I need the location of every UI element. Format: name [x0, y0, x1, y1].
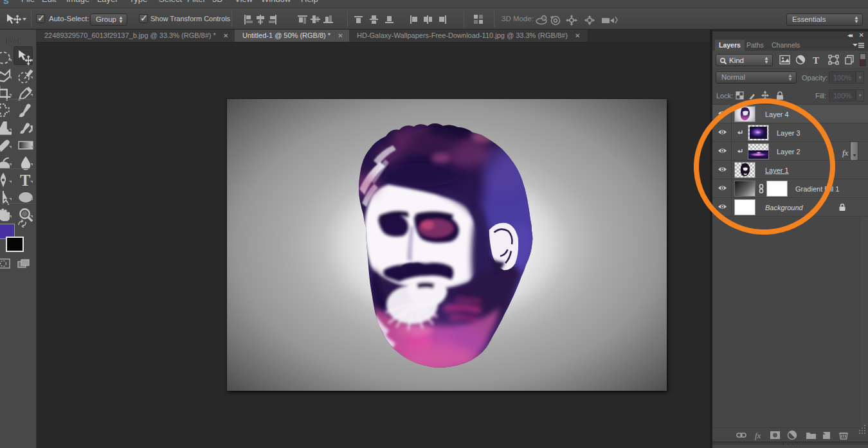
svg-text:T: T	[813, 55, 819, 66]
svg-text:S: S	[3, 0, 9, 6]
svg-text:fx: fx	[755, 431, 761, 440]
